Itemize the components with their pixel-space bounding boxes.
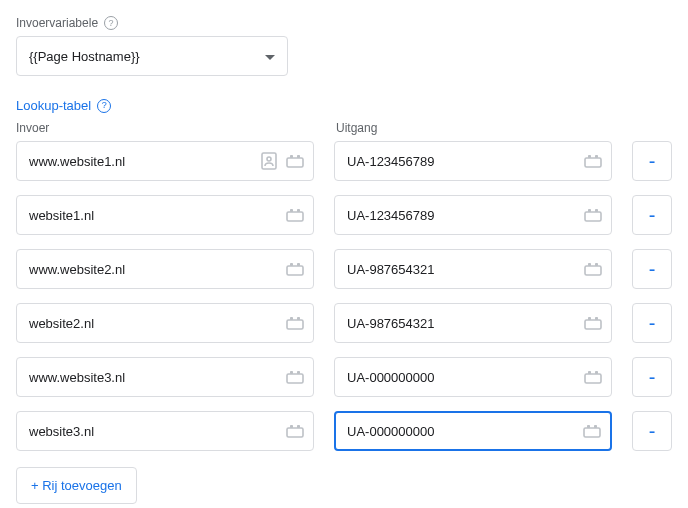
lookup-table-label-text: Lookup-tabel bbox=[16, 98, 91, 113]
output-field[interactable] bbox=[335, 142, 583, 180]
variable-picker-icon[interactable] bbox=[582, 421, 602, 441]
table-row: - bbox=[16, 303, 672, 343]
svg-rect-25 bbox=[595, 317, 598, 320]
output-cell bbox=[334, 249, 612, 289]
output-cell bbox=[334, 303, 612, 343]
remove-row-button[interactable]: - bbox=[632, 303, 672, 343]
svg-rect-21 bbox=[290, 317, 293, 320]
table-row: - bbox=[16, 411, 672, 451]
svg-rect-11 bbox=[585, 212, 601, 221]
table-row: - bbox=[16, 195, 672, 235]
svg-point-1 bbox=[267, 157, 271, 161]
output-cell bbox=[334, 357, 612, 397]
svg-rect-3 bbox=[290, 155, 293, 158]
svg-rect-19 bbox=[595, 263, 598, 266]
header-output: Uitgang bbox=[336, 121, 377, 135]
table-headers: Invoer Uitgang bbox=[16, 121, 672, 135]
input-variable-label-text: Invoervariabele bbox=[16, 16, 98, 30]
input-field[interactable] bbox=[17, 304, 285, 342]
remove-row-button[interactable]: - bbox=[632, 195, 672, 235]
variable-picker-icon[interactable] bbox=[583, 259, 603, 279]
output-cell bbox=[334, 195, 612, 235]
output-field[interactable] bbox=[336, 413, 582, 449]
output-field[interactable] bbox=[335, 304, 583, 342]
svg-rect-26 bbox=[287, 374, 303, 383]
input-variable-value: {{Page Hostname}} bbox=[29, 49, 140, 64]
svg-rect-17 bbox=[585, 266, 601, 275]
contact-card-icon[interactable] bbox=[259, 151, 279, 171]
input-field[interactable] bbox=[17, 142, 259, 180]
svg-rect-18 bbox=[588, 263, 591, 266]
help-icon[interactable]: ? bbox=[97, 99, 111, 113]
input-cell bbox=[16, 303, 314, 343]
input-field[interactable] bbox=[17, 358, 285, 396]
table-row: - bbox=[16, 141, 672, 181]
svg-rect-8 bbox=[287, 212, 303, 221]
svg-rect-6 bbox=[588, 155, 591, 158]
table-row: - bbox=[16, 357, 672, 397]
svg-rect-34 bbox=[297, 425, 300, 428]
svg-rect-7 bbox=[595, 155, 598, 158]
input-cell bbox=[16, 357, 314, 397]
svg-rect-31 bbox=[595, 371, 598, 374]
variable-picker-icon[interactable] bbox=[285, 421, 305, 441]
output-field[interactable] bbox=[335, 250, 583, 288]
input-field[interactable] bbox=[17, 196, 285, 234]
input-cell bbox=[16, 195, 314, 235]
svg-rect-29 bbox=[585, 374, 601, 383]
svg-rect-12 bbox=[588, 209, 591, 212]
svg-rect-4 bbox=[297, 155, 300, 158]
svg-rect-32 bbox=[287, 428, 303, 437]
svg-rect-2 bbox=[287, 158, 303, 167]
svg-rect-33 bbox=[290, 425, 293, 428]
input-variable-label: Invoervariabele ? bbox=[16, 16, 672, 30]
svg-rect-22 bbox=[297, 317, 300, 320]
variable-picker-icon[interactable] bbox=[583, 205, 603, 225]
output-cell bbox=[334, 411, 612, 451]
variable-picker-icon[interactable] bbox=[285, 151, 305, 171]
svg-rect-15 bbox=[290, 263, 293, 266]
svg-rect-37 bbox=[594, 425, 597, 428]
input-field[interactable] bbox=[17, 412, 285, 450]
svg-rect-10 bbox=[297, 209, 300, 212]
svg-rect-20 bbox=[287, 320, 303, 329]
svg-rect-16 bbox=[297, 263, 300, 266]
remove-row-button[interactable]: - bbox=[632, 411, 672, 451]
svg-rect-9 bbox=[290, 209, 293, 212]
svg-rect-14 bbox=[287, 266, 303, 275]
svg-rect-27 bbox=[290, 371, 293, 374]
help-icon[interactable]: ? bbox=[104, 16, 118, 30]
variable-picker-icon[interactable] bbox=[583, 313, 603, 333]
remove-row-button[interactable]: - bbox=[632, 141, 672, 181]
svg-rect-30 bbox=[588, 371, 591, 374]
input-cell bbox=[16, 141, 314, 181]
input-cell bbox=[16, 249, 314, 289]
lookup-table-label: Lookup-tabel ? bbox=[16, 98, 672, 113]
svg-rect-24 bbox=[588, 317, 591, 320]
svg-rect-36 bbox=[587, 425, 590, 428]
variable-picker-icon[interactable] bbox=[583, 151, 603, 171]
output-field[interactable] bbox=[335, 196, 583, 234]
add-row-button[interactable]: + Rij toevoegen bbox=[16, 467, 137, 504]
input-cell bbox=[16, 411, 314, 451]
remove-row-button[interactable]: - bbox=[632, 357, 672, 397]
chevron-down-icon bbox=[265, 49, 275, 64]
svg-rect-23 bbox=[585, 320, 601, 329]
variable-picker-icon[interactable] bbox=[285, 313, 305, 333]
input-field[interactable] bbox=[17, 250, 285, 288]
input-variable-select[interactable]: {{Page Hostname}} bbox=[16, 36, 288, 76]
variable-picker-icon[interactable] bbox=[285, 205, 305, 225]
variable-picker-icon[interactable] bbox=[285, 367, 305, 387]
svg-rect-13 bbox=[595, 209, 598, 212]
variable-picker-icon[interactable] bbox=[285, 259, 305, 279]
variable-picker-icon[interactable] bbox=[583, 367, 603, 387]
svg-rect-28 bbox=[297, 371, 300, 374]
remove-row-button[interactable]: - bbox=[632, 249, 672, 289]
svg-rect-5 bbox=[585, 158, 601, 167]
table-row: - bbox=[16, 249, 672, 289]
output-cell bbox=[334, 141, 612, 181]
table-body: ------ bbox=[16, 141, 672, 451]
svg-rect-35 bbox=[584, 428, 600, 437]
header-input: Invoer bbox=[16, 121, 316, 135]
output-field[interactable] bbox=[335, 358, 583, 396]
